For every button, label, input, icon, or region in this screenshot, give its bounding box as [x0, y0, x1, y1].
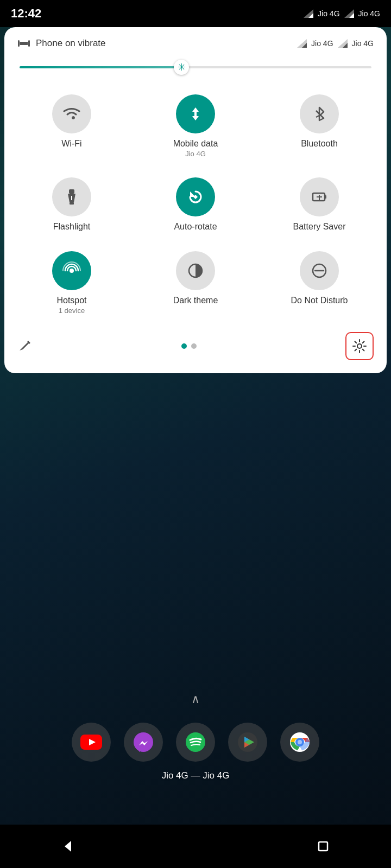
- svg-point-36: [298, 740, 302, 744]
- svg-point-24: [357, 344, 362, 348]
- panel-signal1-icon: [297, 39, 307, 48]
- dark-theme-icon: [186, 261, 205, 280]
- brightness-track: [20, 66, 371, 68]
- toggles-grid: Wi-Fi Mobile data Jio 4G Bluetooth: [4, 85, 387, 324]
- battery-saver-icon: [310, 187, 329, 207]
- toggle-flashlight[interactable]: Flashlight: [10, 168, 134, 241]
- svg-rect-11: [69, 189, 74, 194]
- do-not-disturb-label: Do Not Disturb: [291, 296, 348, 305]
- toggle-dark-theme[interactable]: Dark theme: [134, 241, 257, 324]
- toggle-auto-rotate[interactable]: Auto-rotate: [134, 168, 257, 241]
- dock-youtube[interactable]: [72, 723, 111, 762]
- brightness-thumb[interactable]: ✳: [174, 60, 189, 75]
- mobile-data-label: Mobile data: [173, 139, 218, 149]
- vibrate-label: Phone on vibrate: [36, 38, 106, 49]
- dot-2: [191, 343, 197, 349]
- brightness-fill: [20, 66, 188, 68]
- settings-button[interactable]: [345, 332, 374, 360]
- quick-settings-panel: Phone on vibrate Jio 4G Jio 4G ✳: [4, 27, 387, 373]
- mobile-data-circle: [176, 94, 215, 133]
- mobile-data-icon: [186, 104, 205, 124]
- svg-rect-5: [28, 40, 30, 47]
- dark-theme-circle: [176, 251, 215, 290]
- status-bar: 12:42 Jio 4G Jio 4G: [0, 0, 391, 27]
- chevron-up-icon: ∧: [0, 692, 391, 706]
- signal2-icon: [344, 9, 354, 18]
- signal2-label: Jio 4G: [358, 9, 380, 18]
- battery-saver-label: Battery Saver: [293, 222, 346, 232]
- auto-rotate-icon: [186, 187, 205, 207]
- hotspot-label: Hotspot: [56, 296, 86, 305]
- nav-bar: [0, 825, 391, 868]
- recents-button[interactable]: [316, 839, 331, 854]
- hotspot-sublabel: 1 device: [59, 307, 85, 315]
- wifi-icon: [62, 106, 81, 122]
- flashlight-circle: [52, 177, 91, 216]
- back-button[interactable]: [60, 839, 75, 854]
- vibrate-icon: [17, 37, 30, 50]
- hotspot-circle: [52, 251, 91, 290]
- toggle-battery-saver[interactable]: Battery Saver: [257, 168, 381, 241]
- toggle-mobile-data[interactable]: Mobile data Jio 4G: [134, 85, 257, 168]
- brightness-slider[interactable]: ✳: [20, 61, 371, 74]
- panel-signal-info: Jio 4G Jio 4G: [297, 39, 374, 48]
- page-dots: [181, 343, 197, 349]
- panel-signal1-label: Jio 4G: [311, 39, 333, 48]
- do-not-disturb-icon: [310, 261, 329, 280]
- bluetooth-circle: [300, 94, 339, 133]
- svg-rect-39: [319, 842, 327, 851]
- svg-rect-6: [20, 42, 28, 45]
- svg-rect-4: [18, 40, 20, 47]
- flashlight-icon: [62, 187, 81, 207]
- dock-row: [0, 723, 391, 762]
- dark-theme-label: Dark theme: [173, 296, 218, 305]
- network-label: Jio 4G — Jio 4G: [0, 770, 391, 781]
- flashlight-label: Flashlight: [53, 222, 90, 232]
- status-time: 12:42: [11, 7, 41, 21]
- do-not-disturb-circle: [300, 251, 339, 290]
- svg-marker-37: [65, 841, 71, 852]
- dock-chrome[interactable]: [280, 723, 319, 762]
- dot-1: [181, 343, 187, 349]
- toggle-wifi[interactable]: Wi-Fi: [10, 85, 134, 168]
- svg-rect-13: [70, 202, 74, 205]
- dock-play[interactable]: [228, 723, 267, 762]
- mobile-data-sublabel: Jio 4G: [185, 150, 206, 158]
- dock-spotify[interactable]: [176, 723, 215, 762]
- hotspot-icon: [62, 261, 81, 280]
- svg-point-20: [70, 269, 74, 273]
- dock-messenger[interactable]: [124, 723, 163, 762]
- panel-signal2-icon: [338, 39, 348, 48]
- auto-rotate-circle: [176, 177, 215, 216]
- bluetooth-label: Bluetooth: [301, 139, 338, 149]
- wifi-label: Wi-Fi: [61, 139, 81, 149]
- wifi-circle: [52, 94, 91, 133]
- toggle-bluetooth[interactable]: Bluetooth: [257, 85, 381, 168]
- panel-signal2-label: Jio 4G: [352, 39, 374, 48]
- auto-rotate-label: Auto-rotate: [174, 222, 217, 232]
- settings-gear-icon: [352, 339, 367, 354]
- status-icons: Jio 4G Jio 4G: [304, 9, 380, 18]
- bluetooth-icon: [310, 104, 329, 124]
- vibrate-info: Phone on vibrate: [17, 37, 106, 50]
- battery-saver-circle: [300, 177, 339, 216]
- svg-rect-17: [325, 195, 326, 199]
- brightness-sun-icon: ✳: [178, 61, 186, 73]
- toggle-do-not-disturb[interactable]: Do Not Disturb: [257, 241, 381, 324]
- signal1-label: Jio 4G: [318, 9, 339, 18]
- wallpaper-content: ∧: [0, 692, 391, 781]
- signal1-icon: [304, 9, 313, 18]
- panel-bottom-bar: [4, 324, 387, 368]
- toggle-hotspot[interactable]: Hotspot 1 device: [10, 241, 134, 324]
- brightness-row[interactable]: ✳: [4, 55, 387, 85]
- edit-button[interactable]: [17, 339, 33, 354]
- panel-top-bar: Phone on vibrate Jio 4G Jio 4G: [4, 27, 387, 55]
